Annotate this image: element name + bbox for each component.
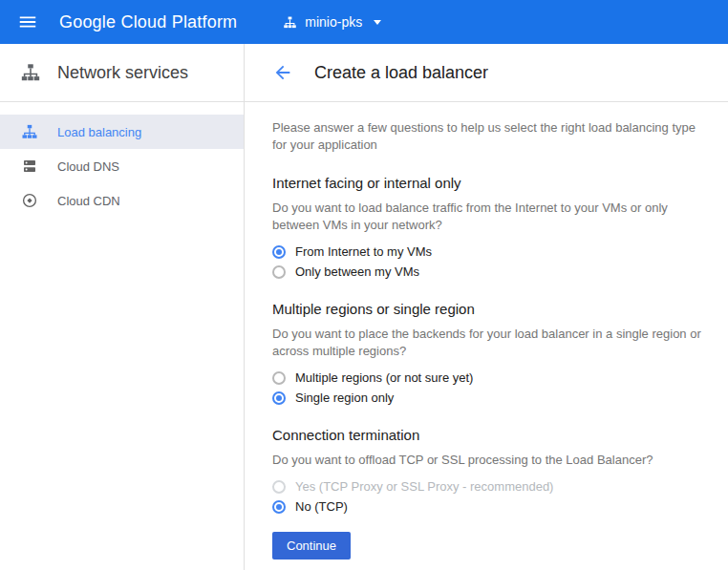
radio-label: No (TCP) bbox=[295, 499, 348, 514]
radio-label: Only between my VMs bbox=[295, 264, 419, 279]
radio-tcp-ssl-proxy[interactable]: Yes (TCP Proxy or SSL Proxy - recommende… bbox=[272, 478, 701, 495]
project-name: minio-pks bbox=[305, 14, 362, 30]
sidebar-item-label: Load balancing bbox=[57, 125, 141, 139]
radio-icon bbox=[272, 245, 286, 259]
section-internet-facing: Internet facing or internal only Do you … bbox=[272, 175, 701, 280]
radio-icon bbox=[272, 500, 286, 514]
sidebar-item-label: Cloud DNS bbox=[57, 159, 119, 174]
section-heading: Multiple regions or single region bbox=[272, 301, 701, 317]
sidebar-item-cloud-dns[interactable]: Cloud DNS bbox=[0, 149, 244, 183]
radio-single-region[interactable]: Single region only bbox=[272, 390, 701, 406]
app-title[interactable]: Google Cloud Platform bbox=[59, 12, 237, 32]
dropdown-caret-icon bbox=[374, 20, 381, 25]
sidebar-item-label: Cloud CDN bbox=[57, 194, 120, 208]
radio-label: Yes (TCP Proxy or SSL Proxy - recommende… bbox=[295, 479, 553, 494]
radio-between-vms[interactable]: Only between my VMs bbox=[272, 264, 701, 280]
section-connection-termination: Connection termination Do you want to of… bbox=[272, 427, 701, 515]
radio-icon bbox=[272, 480, 286, 494]
sidebar-header: Network services bbox=[0, 44, 244, 102]
continue-button[interactable]: Continue bbox=[272, 532, 351, 559]
cloud-dns-icon bbox=[21, 158, 38, 175]
radio-label: From Internet to my VMs bbox=[295, 244, 432, 259]
project-selector[interactable]: minio-pks bbox=[283, 14, 381, 30]
sidebar-item-load-balancing[interactable]: Load balancing bbox=[0, 115, 244, 149]
network-services-icon bbox=[20, 62, 41, 83]
sidebar-nav: Load balancing Cloud DNS bbox=[0, 102, 244, 218]
cloud-cdn-icon bbox=[21, 192, 38, 209]
radio-multiple-regions[interactable]: Multiple regions (or not sure yet) bbox=[272, 369, 701, 386]
arrow-back-icon[interactable] bbox=[272, 62, 293, 83]
radio-no-tcp[interactable]: No (TCP) bbox=[272, 498, 701, 515]
section-heading: Internet facing or internal only bbox=[272, 175, 701, 191]
radio-label: Single region only bbox=[295, 391, 394, 405]
project-icon bbox=[283, 15, 297, 30]
page-title: Create a load balancer bbox=[314, 63, 488, 83]
intro-text: Please answer a few questions to help us… bbox=[272, 119, 701, 154]
section-regions: Multiple regions or single region Do you… bbox=[272, 301, 701, 406]
section-question: Do you want to load balance traffic from… bbox=[272, 200, 701, 234]
main-header: Create a load balancer bbox=[245, 44, 728, 102]
section-question: Do you want to place the backends for yo… bbox=[272, 326, 701, 360]
sidebar-item-cloud-cdn[interactable]: Cloud CDN bbox=[0, 183, 244, 218]
hamburger-menu-icon[interactable] bbox=[17, 11, 38, 32]
wizard-content: Please answer a few questions to help us… bbox=[245, 102, 728, 559]
radio-icon bbox=[272, 265, 286, 279]
radio-icon bbox=[272, 371, 286, 385]
radio-label: Multiple regions (or not sure yet) bbox=[295, 370, 473, 385]
radio-icon bbox=[272, 391, 286, 405]
radio-from-internet[interactable]: From Internet to my VMs bbox=[272, 243, 701, 260]
sidebar-title: Network services bbox=[57, 63, 188, 83]
section-heading: Connection termination bbox=[272, 427, 701, 443]
section-question: Do you want to offload TCP or SSL proces… bbox=[272, 452, 701, 469]
top-app-bar: Google Cloud Platform minio-pks bbox=[0, 0, 728, 44]
load-balancing-icon bbox=[21, 123, 38, 140]
sidebar: Network services Load balancing bbox=[0, 44, 245, 570]
main-panel: Create a load balancer Please answer a f… bbox=[245, 44, 728, 570]
